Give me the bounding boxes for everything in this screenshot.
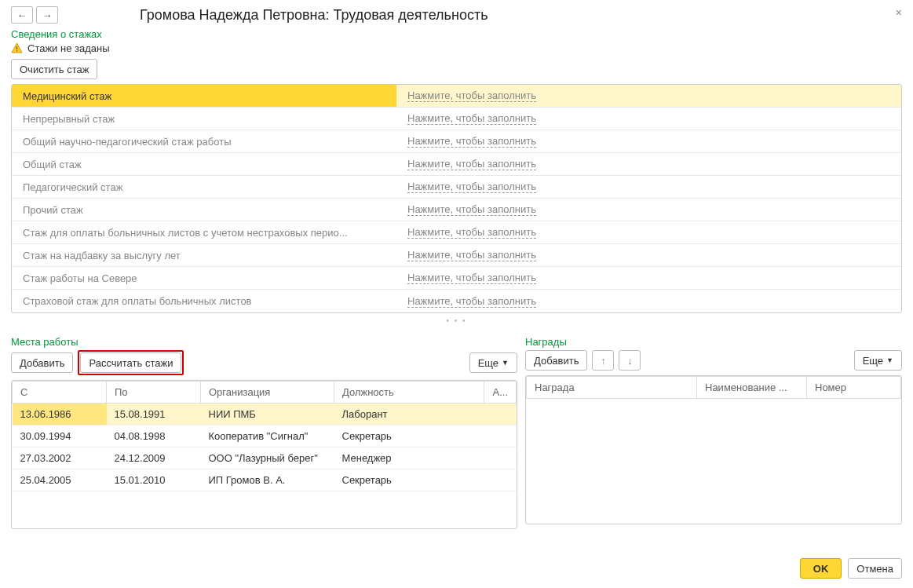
col-to[interactable]: По — [107, 382, 201, 404]
workplaces-toolbar: Добавить Рассчитать стажи Еще ▼ — [11, 350, 517, 375]
nav-forward-button[interactable]: → — [36, 6, 58, 24]
staj-type-name: Страховой стаж для оплаты больничных лис… — [12, 290, 396, 312]
cell-to: 15.08.1991 — [107, 404, 201, 425]
col-pos[interactable]: Должность — [334, 382, 484, 404]
table-row[interactable]: 27.03.200224.12.2009ООО "Лазурный берег"… — [13, 447, 517, 469]
arrow-up-icon: ↑ — [601, 355, 606, 367]
warning-icon — [11, 42, 23, 54]
staj-type-name: Медицинский стаж — [12, 85, 396, 107]
awards-toolbar: Добавить ↑ ↓ Еще ▼ — [525, 350, 902, 371]
staj-fill-cell: Нажмите, чтобы заполнить — [396, 85, 901, 107]
staj-fill-cell: Нажмите, чтобы заполнить — [396, 176, 901, 198]
table-row[interactable]: 13.06.198615.08.1991НИИ ПМБЛаборант — [13, 404, 517, 425]
workplaces-label: Места работы — [11, 336, 517, 348]
staj-type-row[interactable]: Стаж на надбавку за выслугу летНажмите, … — [12, 244, 901, 267]
staj-fill-cell: Нажмите, чтобы заполнить — [396, 221, 901, 243]
col-from[interactable]: С — [13, 382, 107, 404]
staj-fill-link[interactable]: Нажмите, чтобы заполнить — [407, 249, 536, 261]
more-label: Еще — [863, 355, 883, 367]
staj-fill-link[interactable]: Нажмите, чтобы заполнить — [407, 226, 536, 239]
staj-type-row[interactable]: Стаж для оплаты больничных листов с учет… — [12, 221, 901, 244]
staj-type-row[interactable]: Общий стажНажмите, чтобы заполнить — [12, 153, 901, 176]
staj-fill-link[interactable]: Нажмите, чтобы заполнить — [407, 181, 536, 193]
cell-org: НИИ ПМБ — [201, 404, 334, 425]
staj-fill-link[interactable]: Нажмите, чтобы заполнить — [407, 112, 536, 125]
cell-last — [484, 425, 517, 447]
staj-type-name: Педагогический стаж — [12, 176, 396, 198]
staj-warning-row: Стажи не заданы — [11, 42, 902, 54]
ok-button[interactable]: OK — [800, 558, 842, 579]
cell-last — [484, 404, 517, 425]
close-icon[interactable]: × — [896, 6, 902, 19]
staj-fill-link[interactable]: Нажмите, чтобы заполнить — [407, 89, 536, 102]
cell-org: ООО "Лазурный берег" — [201, 447, 334, 469]
table-row[interactable]: 25.04.200515.01.2010ИП Громов В. А.Секре… — [13, 469, 517, 491]
cell-pos: Секретарь — [334, 469, 484, 491]
staj-fill-cell: Нажмите, чтобы заполнить — [396, 153, 901, 175]
staj-type-row[interactable]: Прочий стажНажмите, чтобы заполнить — [12, 199, 901, 221]
staj-fill-cell: Нажмите, чтобы заполнить — [396, 244, 901, 266]
staj-type-name: Стаж работы на Севере — [12, 267, 396, 289]
staj-type-name: Стаж для оплаты больничных листов с учет… — [12, 221, 396, 243]
cell-to: 04.08.1998 — [107, 425, 201, 447]
cell-from: 25.04.2005 — [13, 469, 107, 491]
staj-fill-cell: Нажмите, чтобы заполнить — [396, 199, 901, 221]
footer-buttons: OK Отмена — [800, 558, 902, 579]
staj-type-name: Непрерывный стаж — [12, 108, 396, 130]
cell-org: Кооператив "Сигнал" — [201, 425, 334, 447]
staj-fill-link[interactable]: Нажмите, чтобы заполнить — [407, 203, 536, 216]
staj-type-name: Общий научно-педагогический стаж работы — [12, 130, 396, 152]
cell-pos: Секретарь — [334, 425, 484, 447]
awards-label: Награды — [525, 336, 902, 348]
col-award[interactable]: Награда — [527, 377, 697, 399]
staj-type-name: Прочий стаж — [12, 199, 396, 221]
window: ← → Громова Надежда Петровна: Трудовая д… — [0, 0, 913, 588]
awards-add-button[interactable]: Добавить — [525, 350, 587, 371]
awards-grid[interactable]: Награда Наименование ... Номер — [525, 375, 902, 524]
svg-rect-2 — [16, 50, 17, 51]
staj-section-label: Сведения о стажах — [11, 28, 902, 40]
staj-fill-link[interactable]: Нажмите, чтобы заполнить — [407, 272, 536, 284]
staj-type-row[interactable]: Общий научно-педагогический стаж работыН… — [12, 130, 901, 153]
staj-fill-link[interactable]: Нажмите, чтобы заполнить — [407, 158, 536, 170]
cell-from: 30.09.1994 — [13, 425, 107, 447]
splitter-handle[interactable]: • • • — [11, 316, 902, 325]
staj-fill-cell: Нажмите, чтобы заполнить — [396, 290, 901, 312]
cell-to: 24.12.2009 — [107, 447, 201, 469]
window-title: Громова Надежда Петровна: Трудовая деяте… — [140, 7, 488, 24]
staj-fill-link[interactable]: Нажмите, чтобы заполнить — [407, 295, 536, 308]
move-down-button[interactable]: ↓ — [619, 350, 641, 371]
staj-type-row[interactable]: Страховой стаж для оплаты больничных лис… — [12, 290, 901, 312]
calc-staj-button[interactable]: Рассчитать стажи — [80, 352, 181, 373]
staj-type-row[interactable]: Педагогический стажНажмите, чтобы заполн… — [12, 176, 901, 199]
staj-fill-link[interactable]: Нажмите, чтобы заполнить — [407, 135, 536, 148]
cell-last — [484, 469, 517, 491]
calc-highlight: Рассчитать стажи — [78, 350, 184, 375]
col-org[interactable]: Организация — [201, 382, 334, 404]
awards-more-button[interactable]: Еще ▼ — [854, 350, 902, 371]
cancel-button[interactable]: Отмена — [848, 558, 902, 579]
staj-type-row[interactable]: Непрерывный стажНажмите, чтобы заполнить — [12, 108, 901, 130]
col-award-name[interactable]: Наименование ... — [697, 377, 807, 399]
cell-pos: Менеджер — [334, 447, 484, 469]
nav-back-button[interactable]: ← — [11, 6, 33, 24]
workplaces-more-button[interactable]: Еще ▼ — [469, 352, 517, 373]
arrow-down-icon: ↓ — [627, 355, 633, 367]
workplaces-add-button[interactable]: Добавить — [11, 352, 73, 373]
move-up-button[interactable]: ↑ — [592, 350, 614, 371]
col-award-num[interactable]: Номер — [807, 377, 901, 399]
more-label: Еще — [478, 357, 498, 369]
table-row[interactable]: 30.09.199404.08.1998Кооператив "Сигнал"С… — [13, 425, 517, 447]
staj-type-name: Стаж на надбавку за выслугу лет — [12, 244, 396, 266]
cell-org: ИП Громов В. А. — [201, 469, 334, 491]
staj-types-table: Медицинский стажНажмите, чтобы заполнить… — [11, 84, 902, 313]
clear-staj-button[interactable]: Очистить стаж — [11, 59, 97, 79]
staj-type-row[interactable]: Стаж работы на СевереНажмите, чтобы запо… — [12, 267, 901, 290]
cell-last — [484, 447, 517, 469]
col-last[interactable]: А... — [484, 382, 517, 404]
topbar: ← → Громова Надежда Петровна: Трудовая д… — [11, 6, 902, 24]
staj-type-row[interactable]: Медицинский стажНажмите, чтобы заполнить — [12, 85, 901, 108]
chevron-down-icon: ▼ — [886, 356, 893, 364]
svg-rect-1 — [16, 46, 17, 49]
workplaces-grid[interactable]: С По Организация Должность А... 13.06.19… — [11, 380, 517, 529]
